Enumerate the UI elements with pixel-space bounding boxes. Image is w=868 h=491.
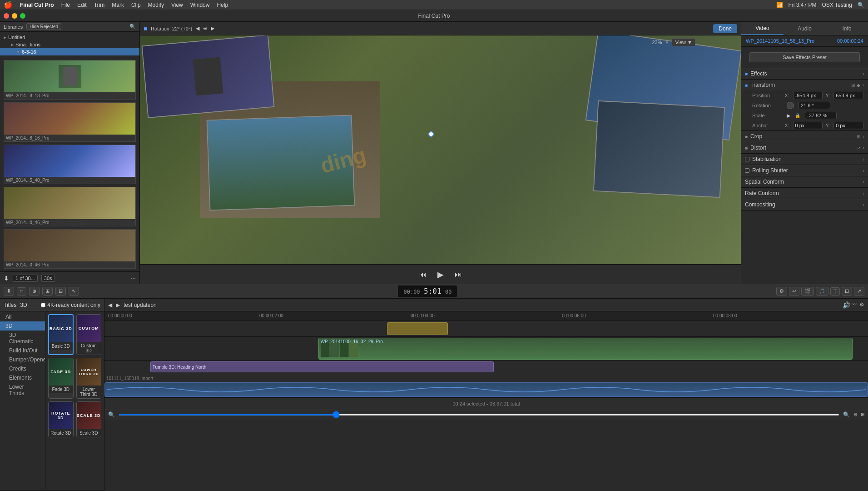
rotation-field[interactable]: 21.8 ° (799, 102, 830, 109)
effects-cat-3d[interactable]: 3D (0, 321, 45, 331)
section-transform-header[interactable]: ■ Transform ⊞ ◆ › (741, 80, 868, 90)
position-x-field[interactable]: -954.8 px (793, 92, 823, 99)
skip-forward-button[interactable]: ⏭ (453, 269, 464, 281)
menu-fcp[interactable]: Final Cut Pro (20, 2, 54, 8)
clip-thumb-0[interactable]: WP_2014...8_13_Pro (4, 60, 136, 100)
clip-thumb-4[interactable]: WP_2014...0_46_Pro (4, 229, 136, 269)
menu-trim[interactable]: Trim (94, 2, 105, 8)
save-effects-preset-button[interactable]: Save Effects Preset (749, 52, 860, 62)
anchor-y-field[interactable]: 0 px (833, 122, 863, 129)
tree-item-smartions[interactable]: ▶ Sma...tions (0, 41, 139, 48)
scale-btn[interactable]: ▶ (787, 113, 790, 119)
clip-thumb-2[interactable]: WP_2014...5_40_Pro (4, 145, 136, 184)
effects-cat-all[interactable]: All (0, 312, 45, 321)
clip-connected-btn[interactable]: □ (17, 287, 26, 296)
nav-back[interactable]: ◀ (196, 25, 199, 31)
section-effects-header[interactable]: ■ Effects › (741, 68, 868, 79)
tree-item-untitled[interactable]: ▶ Untitled (0, 34, 139, 41)
effect-tile-lower3d[interactable]: LOWER THIRD 3D Lower Third 3D (76, 358, 102, 399)
tab-audio[interactable]: Audio (784, 23, 826, 35)
done-button[interactable]: Done (713, 24, 737, 33)
settings-icon[interactable]: ⚙ (859, 301, 864, 309)
video-tool[interactable]: 🎬 (801, 287, 814, 296)
menu-edit[interactable]: Edit (77, 2, 87, 8)
section-crop-header[interactable]: ■ Crop ⊞ › (741, 131, 868, 142)
timecode-display[interactable]: 00:00 5:01 00 (397, 285, 457, 297)
view-dropdown[interactable]: View ▼ (672, 38, 695, 46)
scale-lock[interactable]: 🔒 (795, 113, 800, 118)
anchor-x-field[interactable]: 0 px (793, 122, 823, 129)
effect-tile-custom3d[interactable]: CUSTOM Custom 3D (76, 314, 102, 355)
effects-cat-3dcinematic[interactable]: 3D Cinematic (0, 331, 45, 346)
apple-menu[interactable]: 🍎 (4, 0, 13, 9)
section-comp-header[interactable]: Compositing › (741, 199, 868, 210)
undo-btn[interactable]: ↩ (789, 287, 799, 296)
tab-video[interactable]: Video (741, 22, 784, 35)
section-distort-header[interactable]: ■ Distort ↗ › (741, 142, 868, 153)
menu-mark[interactable]: Mark (112, 2, 124, 8)
search-icon[interactable]: 🔍 (129, 24, 136, 30)
menu-help[interactable]: Help (217, 2, 228, 8)
hide-rejected-btn[interactable]: Hide Rejected (26, 23, 61, 30)
clip-overwrite-btn[interactable]: ⊟ (55, 287, 66, 296)
play-button[interactable]: ▶ (436, 268, 446, 281)
waveform-icon[interactable]: 〰 (852, 301, 858, 309)
effects-cat-bumper[interactable]: Bumper/Opener (0, 355, 45, 364)
import-btn[interactable]: ⬇ (4, 275, 9, 282)
tab-info[interactable]: Info (826, 23, 868, 35)
effect-tile-scale3d[interactable]: SCALE 3D Scale 3D (76, 401, 102, 437)
keyframe-icon[interactable]: ◆ (857, 83, 860, 88)
effects-cat-lowerthirds[interactable]: Lower Thirds (0, 382, 45, 398)
nav-right[interactable]: ▶ (116, 302, 120, 308)
clip-import-btn[interactable]: ⬇ (4, 287, 14, 296)
effects-cat-buildinout[interactable]: Build In/Out (0, 346, 45, 355)
crop-edit-icon[interactable]: ⊞ (857, 134, 860, 139)
tree-item-event[interactable]: ▼ 6-3-16 (0, 48, 139, 55)
zoom-in-icon[interactable]: 🔍 (843, 411, 850, 418)
distort-edit-icon[interactable]: ↗ (857, 145, 860, 150)
title-tool[interactable]: T (830, 287, 840, 296)
search-icon[interactable]: 🔍 (858, 2, 864, 8)
rotation-dial[interactable] (787, 102, 794, 109)
audio-tool[interactable]: 🎵 (816, 287, 828, 296)
skip-back-button[interactable]: ⏮ (417, 269, 428, 281)
section-rc-header[interactable]: Rate Conform › (741, 188, 868, 199)
zoom-out-icon[interactable]: 🔍 (108, 411, 115, 418)
section-rs-header[interactable]: Rolling Shutter › (741, 165, 868, 176)
nav-forward[interactable]: ▶ (211, 25, 214, 31)
menu-window[interactable]: Window (190, 2, 210, 8)
effect-tile-basic3d[interactable]: BASIC 3D Basic 3D (48, 314, 74, 355)
maximize-btn[interactable] (20, 13, 25, 19)
clip-video-block[interactable]: WP_20141030_16_32_29_Pro (318, 338, 853, 360)
zoom-slider[interactable] (119, 414, 839, 416)
clip-append-btn[interactable]: ⊞ (42, 287, 53, 296)
clip-thumb-3[interactable]: WP_2014...0_46_Pro (4, 187, 136, 226)
menu-file[interactable]: File (61, 2, 70, 8)
menu-modify[interactable]: Modify (148, 2, 164, 8)
clip-thumb-1[interactable]: WP_2014...8_16_Pro (4, 102, 136, 142)
zoom-fill-icon[interactable]: ⊞ (861, 412, 864, 417)
effect-tile-fade3d[interactable]: FADE 3D Fade 3D (48, 358, 74, 399)
zoom-dropdown[interactable]: ▼ (665, 40, 670, 45)
scale-field[interactable]: -37.82 % (805, 112, 837, 119)
close-btn[interactable] (4, 13, 9, 19)
menu-clip[interactable]: Clip (131, 2, 141, 8)
clip-connected-block[interactable] (387, 322, 448, 335)
clip-title-block[interactable]: Tumble 3D: Heading North (150, 361, 494, 372)
position-y-field[interactable]: 653.9 px (833, 92, 863, 99)
section-stab-header[interactable]: Stabilization › (741, 154, 868, 165)
minimize-btn[interactable] (12, 13, 17, 19)
menu-view[interactable]: View (171, 2, 183, 8)
section-sp-header[interactable]: Spatial Conform › (741, 176, 868, 187)
effects-cat-elements[interactable]: Elements (0, 373, 45, 382)
effects-cat-credits[interactable]: Credits (0, 364, 45, 373)
clip-insert-btn[interactable]: ⊕ (29, 287, 40, 296)
tool-select[interactable]: ↖ (69, 287, 79, 296)
view-options[interactable]: ⋯ (130, 275, 136, 281)
audio-icon[interactable]: 🔊 (843, 301, 850, 309)
nav-center[interactable]: ⊕ (203, 25, 207, 31)
clip-audio-block[interactable] (104, 382, 868, 397)
generator-tool[interactable]: ⊡ (842, 287, 852, 296)
effect-tile-rotate3d[interactable]: ROTATE 3D Rotate 3D (48, 401, 74, 437)
transform-tool[interactable]: ⚙ (776, 287, 787, 296)
